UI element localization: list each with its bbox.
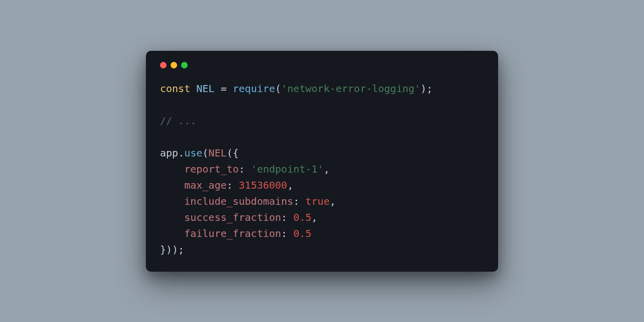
close-obj: }));: [160, 244, 184, 256]
paren-open: (: [275, 83, 281, 95]
key-success: success_fraction: [184, 211, 281, 223]
comma: ,: [330, 195, 336, 207]
indent: [160, 227, 184, 239]
key-include: include_subdomains: [184, 195, 293, 207]
open-obj: ({: [226, 147, 238, 159]
fn-use: use: [184, 147, 202, 159]
op-dot: .: [178, 147, 184, 159]
val-include: true: [305, 195, 330, 207]
str-module: 'network-error-logging': [281, 83, 421, 95]
val-max-age: 31536000: [239, 179, 287, 191]
val-report-to: 'endpoint-1': [251, 163, 324, 175]
minimize-icon[interactable]: [171, 62, 177, 68]
colon: :: [239, 163, 251, 175]
ident-nel: NEL: [196, 83, 214, 95]
key-failure: failure_fraction: [184, 227, 281, 239]
key-max-age: max_age: [184, 179, 226, 191]
colon: :: [226, 179, 238, 191]
paren-close-semi: );: [421, 83, 433, 95]
fn-require: require: [233, 83, 275, 95]
val-failure: 0.5: [293, 227, 311, 239]
val-success: 0.5: [293, 211, 311, 223]
comma: ,: [287, 179, 293, 191]
code-window: const NEL = require('network-error-loggi…: [146, 51, 498, 272]
comment-line: // ...: [160, 115, 196, 127]
close-icon[interactable]: [160, 62, 167, 68]
comma: ,: [311, 211, 317, 223]
indent: [160, 211, 184, 223]
code-block: const NEL = require('network-error-loggi…: [160, 80, 484, 258]
indent: [160, 163, 184, 175]
comma: ,: [324, 163, 330, 175]
colon: :: [281, 227, 293, 239]
key-report-to: report_to: [184, 163, 238, 175]
op-equals: =: [214, 83, 232, 95]
colon: :: [293, 195, 305, 207]
indent: [160, 195, 184, 207]
ident-nel-call: NEL: [208, 147, 226, 159]
maximize-icon[interactable]: [181, 62, 188, 68]
paren-open-2: (: [202, 147, 208, 159]
ident-app: app: [160, 147, 178, 159]
indent: [160, 179, 184, 191]
keyword-const: const: [160, 83, 190, 95]
window-titlebar: [160, 62, 484, 68]
colon: :: [281, 211, 293, 223]
